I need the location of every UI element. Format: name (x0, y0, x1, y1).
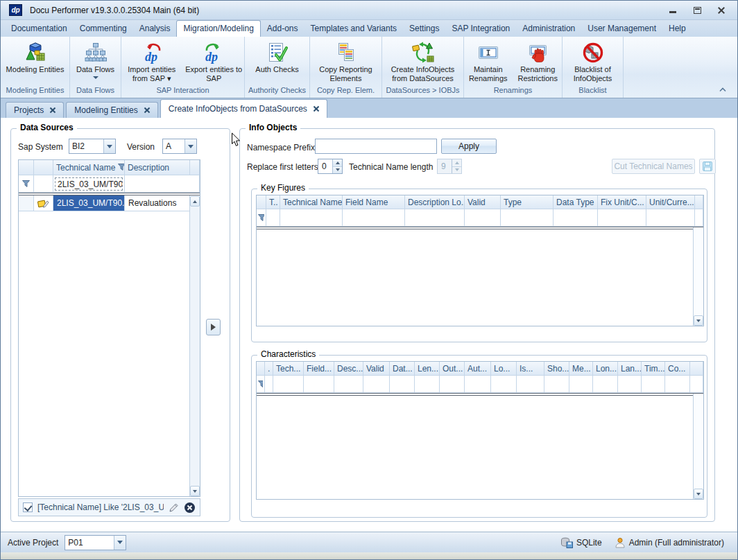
filter-cell-technical-name[interactable] (280, 209, 343, 227)
ribbon-button-blacklist-of-infoobjects[interactable]: Blacklist of InfoObjects (563, 39, 623, 85)
maximize-button[interactable] (692, 6, 702, 15)
filter-cell-lon[interactable] (593, 376, 618, 393)
column-header-technical-name[interactable]: Technical Name (53, 160, 125, 175)
doc-tab-create-infoobjects-from-datasources[interactable]: Create InfoObjects from DataSources (160, 99, 327, 118)
column-header-sho[interactable]: Sho... (544, 362, 569, 376)
version-dropdown-button[interactable] (184, 139, 196, 153)
filter-cell-unit-curre[interactable] (646, 209, 695, 227)
ribbon-button-auth-checks[interactable]: Auth Checks (254, 39, 300, 76)
spin-up-button[interactable] (333, 159, 342, 166)
filter-cell-t[interactable] (266, 209, 280, 227)
column-header-co[interactable]: Co... (665, 362, 690, 376)
doc-tab-modeling-entities[interactable]: Modeling Entities (66, 102, 157, 118)
filter-cell-type[interactable] (501, 209, 554, 227)
close-tab-icon[interactable] (314, 106, 319, 112)
filter-cell-me[interactable] (569, 376, 593, 393)
sap-system-dropdown-button[interactable] (103, 139, 115, 153)
doc-tab-projects[interactable]: Projects (6, 102, 64, 118)
filter-cell-desc[interactable] (334, 376, 363, 393)
menu-tab-help[interactable]: Help (662, 21, 692, 37)
scroll-up-button[interactable] (190, 196, 200, 207)
ribbon-button-copy-reporting-elements[interactable]: Copy Reporting Elements (313, 39, 379, 85)
scroll-down-button[interactable] (694, 489, 703, 499)
filter-cell-out[interactable] (440, 376, 465, 393)
column-header-[interactable]: . (265, 362, 273, 376)
ribbon-collapse-button[interactable] (716, 85, 729, 94)
edit-filter-button[interactable] (169, 502, 179, 513)
characteristics-scrollbar[interactable] (693, 394, 703, 499)
ribbon-button-renaming-restrictions[interactable]: Renaming Restrictions (514, 39, 563, 85)
ribbon-button-export-entities-to-sap[interactable]: dpExport entities to SAP (184, 39, 245, 85)
scroll-track[interactable] (694, 227, 703, 315)
close-tab-icon[interactable] (144, 107, 150, 113)
filter-cell-tim[interactable] (642, 376, 665, 393)
scroll-down-button[interactable] (694, 315, 703, 326)
filter-cell-[interactable] (265, 376, 273, 393)
move-selection-right-button[interactable] (206, 319, 221, 335)
filter-cell-fix-unit-c[interactable] (598, 209, 646, 227)
filter-cell-valid[interactable] (465, 209, 501, 227)
replace-first-letters-spinner[interactable]: 0 (318, 159, 343, 174)
technical-name-filter-cell[interactable]: 2LIS_03_UM/T90... (53, 175, 125, 193)
menu-tab-administration[interactable]: Administration (516, 21, 581, 37)
column-header-tim[interactable]: Tim... (642, 362, 665, 376)
column-header-t[interactable]: T.. (266, 195, 280, 209)
column-header-is[interactable]: Is... (517, 362, 544, 376)
column-header-out[interactable]: Out... (440, 362, 465, 376)
menu-tab-add-ons[interactable]: Add-ons (261, 21, 304, 37)
filter-cell-valid[interactable] (363, 376, 390, 393)
filter-enabled-checkbox[interactable] (23, 502, 33, 512)
column-header-data-type[interactable]: Data Type (554, 195, 598, 209)
close-tab-icon[interactable] (50, 107, 55, 113)
ribbon-button-import-entities-from-sap[interactable]: dpImport entities from SAP ▾ (121, 39, 182, 85)
ribbon-button-modeling-entities[interactable]: Modeling Entities (5, 39, 66, 76)
filter-cell-lan[interactable] (618, 376, 642, 393)
version-combo[interactable]: A (162, 139, 197, 154)
filter-cell-sho[interactable] (544, 376, 569, 393)
filter-cell-co[interactable] (665, 376, 690, 393)
data-sources-scrollbar[interactable] (189, 196, 200, 496)
menu-tab-documentation[interactable]: Documentation (5, 21, 74, 37)
column-header-lan[interactable]: Lan... (618, 362, 642, 376)
column-header-unit-curre[interactable]: Unit/Curre... (646, 195, 695, 209)
column-header-me[interactable]: Me... (569, 362, 593, 376)
spin-down-button[interactable] (333, 166, 342, 174)
minimize-button[interactable] (668, 6, 678, 15)
ribbon-button-maintain-renamings[interactable]: Maintain Renamings (464, 39, 513, 85)
apply-button[interactable]: Apply (441, 139, 497, 154)
column-header-valid[interactable]: Valid (465, 195, 501, 209)
close-button[interactable] (716, 6, 726, 15)
filter-cell-lo[interactable] (491, 376, 517, 393)
column-header-aut[interactable]: Aut... (465, 362, 491, 376)
column-header-dat[interactable]: Dat... (390, 362, 415, 376)
menu-tab-user-management[interactable]: User Management (581, 21, 662, 37)
column-header-tech[interactable]: Tech... (273, 362, 304, 376)
column-header-description[interactable]: Description (125, 160, 190, 175)
description-filter-cell[interactable] (125, 175, 200, 193)
namespace-prefix-input[interactable] (315, 139, 437, 154)
column-header-technical-name[interactable]: Technical Name (280, 195, 343, 209)
filter-cell-aut[interactable] (465, 376, 491, 393)
filter-cell-data-type[interactable] (554, 209, 598, 227)
column-header-fix-unit-c[interactable]: Fix Unit/C... (598, 195, 646, 209)
column-header-type[interactable]: Type (501, 195, 554, 209)
menu-tab-commenting[interactable]: Commenting (74, 21, 133, 37)
menu-tab-settings[interactable]: Settings (403, 21, 445, 37)
active-project-combo[interactable]: P01 (65, 535, 126, 550)
menu-tab-sap-integration[interactable]: SAP Integration (445, 21, 516, 37)
clear-filter-button[interactable] (184, 502, 196, 514)
active-project-dropdown-button[interactable] (114, 536, 126, 550)
ribbon-button-data-flows[interactable]: Data Flows (75, 39, 116, 80)
menu-tab-migration-modeling[interactable]: Migration/Modeling (176, 20, 260, 37)
column-header-lo[interactable]: Lo... (491, 362, 517, 376)
sap-system-combo[interactable]: BI2 (69, 139, 116, 154)
scroll-track[interactable] (190, 207, 200, 486)
filter-cell-len[interactable] (415, 376, 440, 393)
column-header-valid[interactable]: Valid (363, 362, 390, 376)
technical-name-cell[interactable]: 2LIS_03_UM/T90... (53, 195, 125, 211)
menu-tab-templates-and-variants[interactable]: Templates and Variants (304, 21, 404, 37)
filter-cell-field-name[interactable] (343, 209, 405, 227)
column-header-description-lo[interactable]: Description Lo... (405, 195, 465, 209)
filter-cell-field[interactable] (304, 376, 334, 393)
ribbon-button-create-infoobjects-from-datasources[interactable]: Create InfoObjects from DataSources (390, 39, 456, 85)
